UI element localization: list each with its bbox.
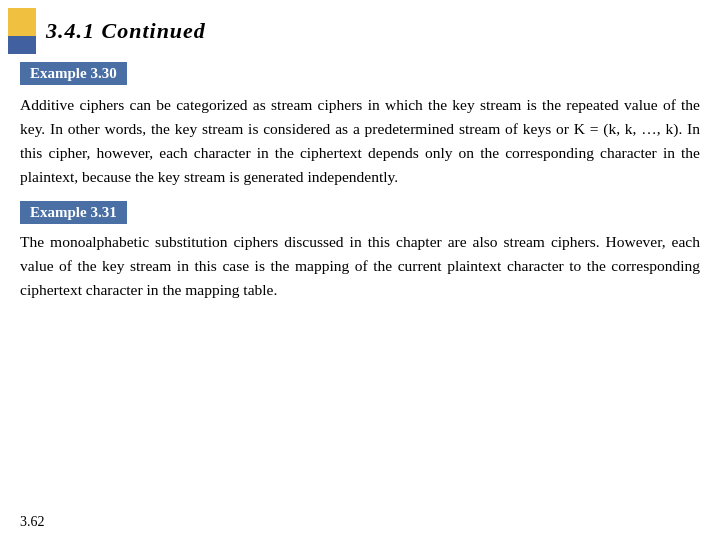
header-squares [8, 8, 36, 54]
square-yellow [8, 8, 36, 36]
square-blue [8, 36, 36, 54]
example-330-text: Additive ciphers can be categorized as s… [20, 93, 700, 189]
example-331-text: The monoalphabetic substitution ciphers … [20, 230, 700, 302]
example-331-label: Example 3.31 [20, 201, 127, 224]
footer-label: 3.62 [20, 514, 45, 530]
main-content: Example 3.30 Additive ciphers can be cat… [0, 62, 720, 324]
page-container: 3.4.1 Continued Example 3.30 Additive ci… [0, 0, 720, 540]
example-330-label: Example 3.30 [20, 62, 127, 85]
page-title: 3.4.1 Continued [46, 18, 206, 44]
header: 3.4.1 Continued [0, 0, 720, 62]
